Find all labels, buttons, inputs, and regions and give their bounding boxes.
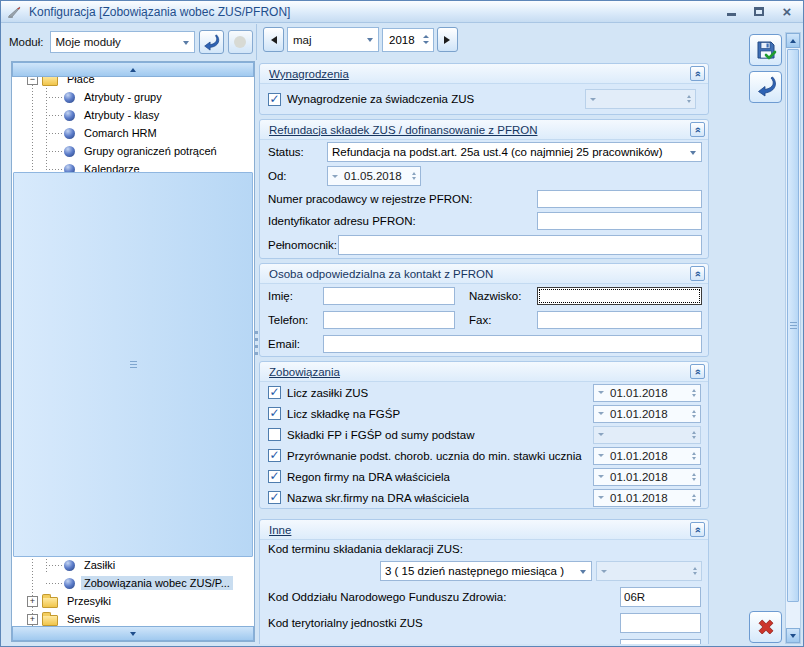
- tree-item[interactable]: Atrybuty - klasy: [12, 106, 236, 124]
- spinner-down-icon[interactable]: [423, 41, 429, 44]
- collapse-section-button[interactable]: »: [690, 66, 705, 81]
- checkbox[interactable]: ✓: [268, 449, 281, 462]
- collapse-icon: »: [693, 526, 703, 532]
- collapse-section-button[interactable]: »: [690, 364, 705, 379]
- text-input[interactable]: [338, 235, 702, 255]
- section-title: Osoba odpowiedzialna za kontakt z PFRON: [269, 268, 493, 280]
- tree-item[interactable]: Zobowiązania wobec ZUS/P...: [12, 574, 236, 592]
- tree-item-label: Grupy ograniczeń potrąceń: [81, 144, 220, 158]
- tree-item[interactable]: Grupy ograniczeń potrąceń: [12, 142, 236, 160]
- collapse-section-button[interactable]: »: [690, 122, 705, 137]
- od-date-field[interactable]: 01.05.2018: [327, 166, 421, 186]
- : [598, 412, 604, 415]
- content-scrollbar[interactable]: [785, 32, 801, 644]
- text-input[interactable]: [620, 587, 701, 607]
- date-spinner[interactable]: [687, 473, 700, 481]
- checkbox[interactable]: ✓: [268, 491, 281, 504]
- scrollbar-thumb[interactable]: [13, 172, 253, 557]
- fax-input[interactable]: [537, 311, 702, 329]
- spinner-up-icon[interactable]: [692, 494, 696, 497]
- checkbox[interactable]: ✓: [268, 470, 281, 483]
- text-input[interactable]: [620, 639, 701, 644]
- panel-splitter[interactable]: [255, 331, 258, 355]
- tree-item[interactable]: Comarch HRM: [12, 124, 236, 142]
- scroll-up-button[interactable]: [12, 62, 254, 77]
- text-input[interactable]: [620, 613, 701, 633]
- scrollbar-thumb[interactable]: [787, 49, 799, 602]
- date-value: 01.01.2018: [608, 387, 687, 399]
- date-field[interactable]: 01.01.2018: [593, 468, 701, 486]
- spinner-up-icon[interactable]: [692, 452, 696, 455]
- spinner-down-icon[interactable]: [692, 499, 696, 502]
- telefon-input[interactable]: [323, 311, 455, 329]
- status-select[interactable]: Refundacja na podst.art. 25a ust.4 (co n…: [327, 142, 702, 162]
- spinner-up-icon[interactable]: [692, 473, 696, 476]
- date-field[interactable]: 01.01.2018: [593, 405, 701, 423]
- expand-toggle-icon[interactable]: +: [27, 614, 38, 625]
- save-button[interactable]: [749, 34, 782, 66]
- scroll-down-button[interactable]: [12, 626, 254, 641]
- expand-toggle-icon[interactable]: +: [27, 596, 38, 607]
- spinner-down-icon[interactable]: [692, 394, 696, 397]
- date-value: 01.01.2018: [608, 471, 687, 483]
- section-title: Wynagrodzenia: [269, 68, 349, 80]
- text-input[interactable]: [537, 212, 702, 230]
- wynagrodzenie-checkbox[interactable]: ✓: [268, 93, 281, 106]
- minimize-button[interactable]: [721, 4, 741, 19]
- row: ✓Regon firmy na DRA właściciela01.01.201…: [260, 466, 708, 487]
- email-input[interactable]: [323, 335, 702, 353]
- module-select[interactable]: Moje moduły: [50, 31, 195, 53]
- field-label: Identyfikator adresu PFRON:: [268, 215, 537, 227]
- spinner-up-icon[interactable]: [692, 410, 696, 413]
- date-spinner[interactable]: [687, 410, 700, 418]
- close-button[interactable]: ×: [777, 4, 797, 19]
- collapse-section-button[interactable]: »: [690, 522, 705, 537]
- prev-month-button[interactable]: [263, 27, 284, 52]
- refundacja-fields: Numer pracodawcy w rejestrze PFRON:Ident…: [260, 188, 708, 258]
- switch-module-button[interactable]: [199, 30, 224, 54]
- row: Numer pracodawcy w rejestrze PFRON:: [260, 188, 708, 210]
- date-field[interactable]: 01.01.2018: [593, 384, 701, 402]
- date-spinner[interactable]: [687, 452, 700, 460]
- row: Kod terytorialny jednostki ZUS: [260, 610, 708, 636]
- undo-button[interactable]: [749, 71, 782, 103]
- tree-item[interactable]: Atrybuty - grupy: [12, 88, 236, 106]
- tree-item[interactable]: Zasiłki: [12, 556, 236, 574]
- tree-item[interactable]: +Przesyłki: [12, 592, 236, 610]
- collapse-icon: »: [693, 70, 703, 76]
- row: Email:: [260, 332, 708, 356]
- date-field[interactable]: 01.01.2018: [593, 489, 701, 507]
- checkbox[interactable]: [268, 428, 281, 441]
- next-month-button[interactable]: [437, 27, 458, 52]
- spinner-up-icon[interactable]: [692, 389, 696, 392]
- nazwisko-input[interactable]: [537, 287, 702, 305]
- month-select[interactable]: maj: [287, 27, 379, 52]
- declaration-label: Kod terminu składania deklaracji ZUS:: [268, 543, 463, 555]
- cancel-icon: [754, 615, 778, 639]
- year-spinner[interactable]: 2018: [382, 28, 434, 52]
- config-tree-panel: −PłaceAtrybuty - grupyAtrybuty - klasyCo…: [11, 61, 255, 642]
- app-icon: [7, 4, 23, 20]
- date-value: 01.05.2018: [342, 170, 407, 182]
- spinner-down-icon[interactable]: [692, 478, 696, 481]
- date-spinner[interactable]: [407, 172, 420, 180]
- spinner-up-icon[interactable]: [423, 35, 429, 38]
- checkbox[interactable]: ✓: [268, 407, 281, 420]
- date-field[interactable]: 01.01.2018: [593, 447, 701, 465]
- text-input[interactable]: [537, 190, 702, 208]
- chevron-down-icon: [594, 454, 608, 457]
- cancel-button[interactable]: [749, 611, 782, 643]
- spinner-down-icon[interactable]: [692, 457, 696, 460]
- imie-input[interactable]: [323, 287, 455, 305]
- maximize-button[interactable]: [749, 4, 769, 19]
- scroll-down-button[interactable]: [786, 628, 800, 643]
- date-spinner[interactable]: [687, 389, 700, 397]
- spinner-down-icon[interactable]: [692, 415, 696, 418]
- declaration-select[interactable]: 3 ( 15 dzień następnego miesiąca ): [380, 561, 592, 581]
- tree-item-label: Atrybuty - grupy: [81, 90, 165, 104]
- tree-item-label: Zasiłki: [81, 558, 118, 572]
- scroll-up-button[interactable]: [786, 33, 800, 48]
- date-spinner[interactable]: [687, 494, 700, 502]
- collapse-section-button[interactable]: »: [690, 266, 705, 281]
- checkbox[interactable]: ✓: [268, 386, 281, 399]
